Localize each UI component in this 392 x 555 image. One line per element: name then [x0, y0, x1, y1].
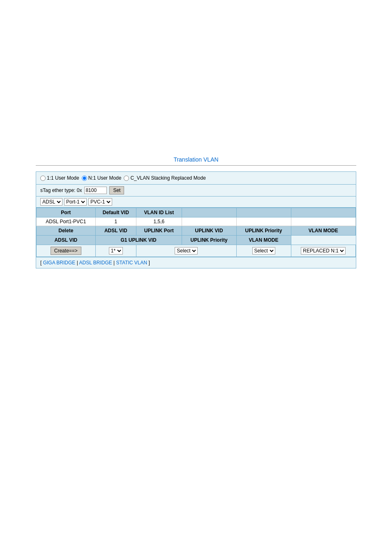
- cell-create: Create==>: [37, 245, 96, 257]
- giga-bridge-link[interactable]: GIGA BRIDGE: [43, 260, 76, 266]
- stag-input[interactable]: [84, 187, 107, 194]
- mode-n-1-label: N:1 User Mode: [88, 175, 122, 181]
- col-empty3: [291, 208, 356, 217]
- col-vlan-id-list: VLAN ID List: [136, 208, 182, 217]
- col3-adsl-vid: ADSL VID: [37, 236, 96, 245]
- mode-c-vlan-label: C_VLAN Stacking Replaced Mode: [130, 175, 205, 181]
- table2-header: Delete ADSL VID UPLINK Port UPLINK VID U…: [37, 226, 356, 236]
- mode-c-vlan[interactable]: C_VLAN Stacking Replaced Mode: [124, 175, 205, 181]
- section-title: Translation VLAN: [173, 156, 218, 163]
- col3-vlan-mode: VLAN MODE: [236, 236, 291, 245]
- cell-uplink-vid-sel: Select: [136, 245, 237, 257]
- bracket-close: ]: [149, 260, 150, 266]
- main-container: 1:1 User Mode N:1 User Mode C_VLAN Stack…: [36, 171, 356, 268]
- col-vlan-mode: VLAN MODE: [291, 226, 356, 236]
- cell-default-vid: 1: [95, 217, 136, 226]
- col-uplink-priority: UPLINK Priority: [236, 226, 291, 236]
- col-default-vid: Default VID: [95, 208, 136, 217]
- radio-n-1-user[interactable]: [82, 176, 87, 181]
- col3-uplink-priority: UPLINK Priority: [182, 236, 236, 245]
- col-port: Port: [37, 208, 96, 217]
- type-select[interactable]: ADSL: [40, 198, 62, 206]
- static-vlan-link[interactable]: STATIC VLAN: [116, 260, 148, 266]
- table-row: ADSL Port1-PVC1 1 1,5,6: [37, 217, 356, 226]
- col-uplink-port: UPLINK Port: [136, 226, 182, 236]
- col-uplink-vid: UPLINK VID: [182, 226, 236, 236]
- radio-c-vlan[interactable]: [124, 176, 129, 181]
- vlan-mode-select[interactable]: REPLACED N:1: [301, 247, 346, 254]
- col-empty2: [236, 208, 291, 217]
- cell-empty3: [291, 217, 356, 226]
- footer-links: [ GIGA BRIDGE | ADSL BRIDGE | STATIC VLA…: [36, 257, 356, 268]
- adsl-bridge-link[interactable]: ADSL BRIDGE: [79, 260, 112, 266]
- table1-header: Port Default VID VLAN ID List: [37, 208, 356, 217]
- create-row: Create==> 1* Select Select: [37, 245, 356, 257]
- col3-g1-uplink-vid: G1 UPLINK VID: [95, 236, 182, 245]
- col-empty1: [182, 208, 236, 217]
- pvc-select[interactable]: PVC-1: [88, 198, 112, 206]
- bracket-open: [: [40, 260, 42, 266]
- mode-n-1-user[interactable]: N:1 User Mode: [82, 175, 122, 181]
- mode-row: 1:1 User Mode N:1 User Mode C_VLAN Stack…: [36, 172, 356, 184]
- port-select[interactable]: Port-1: [64, 198, 87, 206]
- table3-header: ADSL VID G1 UPLINK VID UPLINK Priority V…: [37, 236, 356, 245]
- cell-vlan-mode-sel: REPLACED N:1: [291, 245, 356, 257]
- priority-select[interactable]: Select: [252, 247, 275, 254]
- col-adsl-vid: ADSL VID: [95, 226, 136, 236]
- radio-1-1-user[interactable]: [40, 176, 46, 181]
- cell-empty2: [236, 217, 291, 226]
- cell-empty1: [182, 217, 236, 226]
- cell-priority-sel: Select: [236, 245, 291, 257]
- port-select-row: ADSL Port-1 PVC-1: [36, 196, 356, 207]
- col-delete: Delete: [37, 226, 96, 236]
- create-button[interactable]: Create==>: [51, 247, 81, 255]
- cell-adsl-vid-sel: 1*: [95, 245, 136, 257]
- cell-vlan-id-list: 1,5,6: [136, 217, 182, 226]
- stag-row: sTag ether type: 0x Set: [36, 184, 356, 196]
- adsl-vid-select[interactable]: 1*: [109, 247, 123, 254]
- cell-port: ADSL Port1-PVC1: [37, 217, 96, 226]
- stag-label: sTag ether type: 0x: [40, 187, 82, 193]
- uplink-vid-select[interactable]: Select: [175, 247, 198, 254]
- mode-1-1-user[interactable]: 1:1 User Mode: [40, 175, 79, 181]
- mode-1-1-label: 1:1 User Mode: [47, 175, 79, 181]
- table-section: Port Default VID VLAN ID List ADSL Port1…: [36, 207, 356, 257]
- title-divider: [36, 165, 356, 166]
- set-button[interactable]: Set: [109, 186, 124, 194]
